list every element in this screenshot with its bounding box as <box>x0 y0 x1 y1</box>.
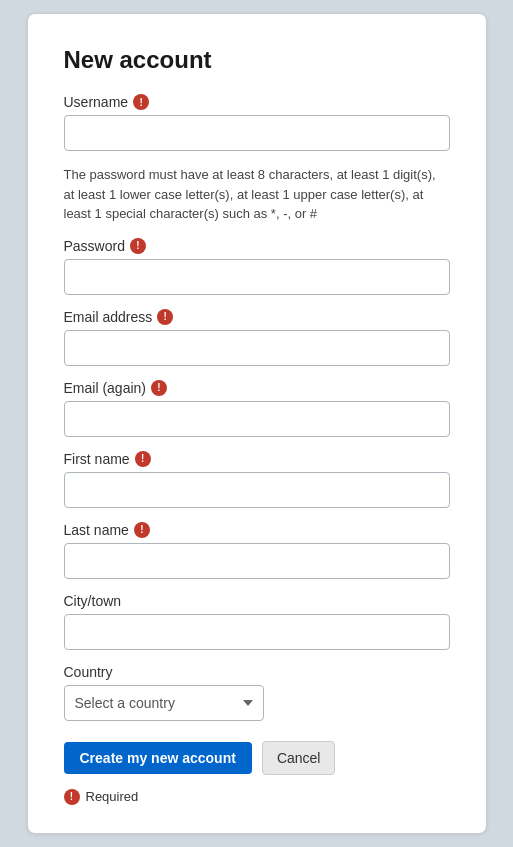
firstname-label: First name ! <box>64 451 450 467</box>
email-again-group: Email (again) ! <box>64 380 450 437</box>
email-again-input[interactable] <box>64 401 450 437</box>
password-hint: The password must have at least 8 charac… <box>64 165 450 224</box>
lastname-group: Last name ! <box>64 522 450 579</box>
email-input[interactable] <box>64 330 450 366</box>
username-label: Username ! <box>64 94 450 110</box>
city-input[interactable] <box>64 614 450 650</box>
firstname-group: First name ! <box>64 451 450 508</box>
city-label: City/town <box>64 593 450 609</box>
username-input[interactable] <box>64 115 450 151</box>
country-select[interactable]: Select a country Afghanistan Albania Alg… <box>64 685 264 721</box>
required-note-icon: ! <box>64 789 80 805</box>
lastname-input[interactable] <box>64 543 450 579</box>
required-note: ! Required <box>64 789 450 805</box>
country-label: Country <box>64 664 450 680</box>
city-group: City/town <box>64 593 450 650</box>
password-input[interactable] <box>64 259 450 295</box>
cancel-button[interactable]: Cancel <box>262 741 336 775</box>
page-title: New account <box>64 46 450 74</box>
new-account-card: New account Username ! The password must… <box>27 13 487 834</box>
username-required-icon: ! <box>133 94 149 110</box>
email-again-required-icon: ! <box>151 380 167 396</box>
email-label: Email address ! <box>64 309 450 325</box>
lastname-label: Last name ! <box>64 522 450 538</box>
password-group: Password ! <box>64 238 450 295</box>
email-required-icon: ! <box>157 309 173 325</box>
email-again-label: Email (again) ! <box>64 380 450 396</box>
firstname-required-icon: ! <box>135 451 151 467</box>
country-group: Country Select a country Afghanistan Alb… <box>64 664 450 721</box>
firstname-input[interactable] <box>64 472 450 508</box>
password-label: Password ! <box>64 238 450 254</box>
buttons-row: Create my new account Cancel <box>64 741 450 775</box>
required-note-text: Required <box>86 789 139 804</box>
lastname-required-icon: ! <box>134 522 150 538</box>
email-group: Email address ! <box>64 309 450 366</box>
username-group: Username ! <box>64 94 450 151</box>
password-required-icon: ! <box>130 238 146 254</box>
submit-button[interactable]: Create my new account <box>64 742 252 774</box>
